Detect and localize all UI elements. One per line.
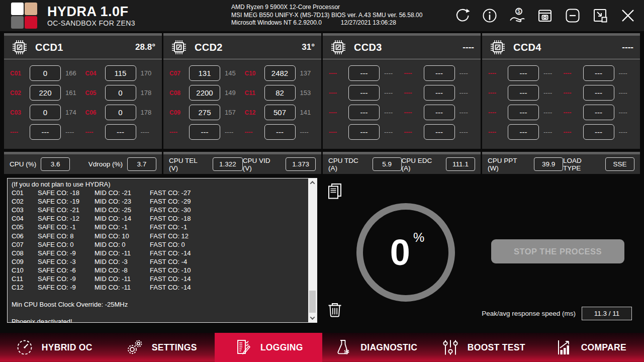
tab-hybrid-oc[interactable]: HYBRID OC — [0, 333, 108, 362]
core-value-box[interactable]: 2482 — [264, 65, 296, 81]
core-metric: ---- — [619, 109, 634, 116]
core-value-box[interactable]: --- — [264, 124, 296, 140]
tab-settings[interactable]: SETTINGS — [108, 333, 215, 362]
log-core: C10 — [12, 266, 38, 275]
core-metric: 166 — [65, 69, 81, 77]
load-type-value[interactable]: SSE — [605, 157, 634, 171]
close-icon[interactable] — [619, 7, 637, 25]
minimize-icon[interactable] — [564, 7, 582, 25]
minimize-to-tray-icon[interactable] — [591, 7, 609, 25]
core-value-box[interactable]: --- — [583, 85, 614, 101]
donate-icon[interactable]: $ — [508, 7, 526, 25]
cpu-tdc-value[interactable]: 5.9 — [373, 157, 402, 171]
core-value-box[interactable]: --- — [105, 124, 136, 140]
scroll-down-icon[interactable] — [308, 314, 317, 322]
log-header-line: (If you do not plan to use HYDRA) — [12, 180, 304, 189]
nav-label: BOOST TEST — [468, 342, 525, 353]
tab-boost-test[interactable]: BOOST TEST — [429, 333, 537, 362]
tab-compare[interactable]: COMPARE — [537, 333, 644, 362]
core-value-box[interactable]: 507 — [264, 105, 296, 120]
response-speed-value[interactable]: 11.3 / 11 — [582, 307, 632, 320]
core-value-box[interactable]: --- — [583, 124, 614, 140]
log-mid-co: MID CO: -21 — [95, 189, 150, 197]
core-value-box[interactable]: 0 — [105, 85, 136, 101]
log-safe-co: SAFE CO: -19 — [38, 197, 95, 206]
tab-diagnostic[interactable]: DIAGNOSTIC — [322, 333, 430, 362]
core-value-box[interactable]: 0 — [30, 105, 61, 120]
core-row: ---- --- ---- ---- --- ---- — [10, 122, 156, 142]
core-value-box[interactable]: --- — [508, 105, 539, 120]
core-value-box[interactable]: --- — [348, 85, 380, 101]
core-label: ---- — [329, 129, 344, 136]
core-value-box[interactable]: --- — [424, 65, 455, 81]
core-metric: ---- — [384, 128, 400, 136]
core-row: ---- --- ---- ---- --- ---- — [488, 103, 634, 122]
ccd-name: CCD1 — [35, 42, 63, 53]
log-safe-co: SAFE CO: -3 — [38, 257, 95, 266]
tab-logging[interactable]: LOGGING — [215, 333, 322, 362]
core-label: ---- — [329, 89, 344, 97]
core-label: ---- — [169, 129, 185, 136]
log-mid-co: MID CO: -23 — [95, 197, 150, 206]
core-value-box[interactable]: 115 — [105, 65, 136, 81]
scroll-up-icon[interactable] — [308, 178, 317, 187]
cpu-vid-value[interactable]: 1.373 — [286, 157, 316, 171]
log-scrollbar[interactable] — [308, 178, 317, 322]
core-value-box[interactable]: --- — [583, 65, 614, 81]
main-content: (If you do not plan to use HYDRA) C01 SA… — [0, 174, 644, 328]
stop-process-button[interactable]: STOP THE PROCESS — [491, 239, 624, 263]
log-fast-co: FAST CO: -4 — [150, 257, 187, 266]
stat-label: CPU (%) — [10, 160, 36, 168]
core-value-box[interactable]: 0 — [105, 105, 136, 120]
core-value-box[interactable]: --- — [583, 105, 614, 120]
motherboard-info: MSI MEG B550 UNIFY-X (MS-7D13) BIOS ver.… — [231, 12, 422, 20]
core-metric: ---- — [384, 109, 400, 116]
core-label: ---- — [329, 109, 344, 116]
core-value-box[interactable]: 131 — [189, 65, 220, 81]
core-value-box[interactable]: --- — [348, 124, 380, 140]
log-row: C08 SAFE CO: -9 MID CO: -11 FAST CO: -14 — [12, 249, 304, 257]
log-mid-co: MID CO: -1 — [95, 223, 150, 231]
core-value-box[interactable]: --- — [508, 85, 539, 101]
log-fast-co: FAST CO: -30 — [150, 206, 191, 214]
core-value-box[interactable]: --- — [189, 124, 220, 140]
core-value-box[interactable]: 2200 — [189, 85, 220, 101]
core-row: ---- --- ---- ---- --- ---- — [488, 122, 634, 142]
core-value-box[interactable]: --- — [424, 105, 455, 120]
cpu-usage-value[interactable]: 3.6 — [41, 157, 70, 171]
cpu-info: AMD Ryzen 9 5900X 12-Core Processor — [231, 4, 422, 12]
log-core: C07 — [12, 240, 38, 249]
core-value-box[interactable]: 0 — [30, 65, 61, 81]
core-label: C04 — [85, 70, 101, 77]
core-value-box[interactable]: 220 — [30, 85, 61, 101]
scrollbar-thumb[interactable] — [309, 291, 316, 313]
core-value-box[interactable]: 82 — [264, 85, 296, 101]
core-value-box[interactable]: --- — [30, 124, 61, 140]
core-value-box[interactable]: --- — [508, 65, 539, 81]
core-value-box[interactable]: --- — [424, 124, 455, 140]
core-label: ---- — [404, 70, 419, 77]
ccd2-panel: CCD2 31° C07 131 145 C10 2482 137 C0 — [163, 33, 321, 149]
log-mid-co: MID CO: -3 — [95, 257, 150, 266]
info-icon[interactable] — [481, 7, 499, 25]
core-value-box[interactable]: 275 — [189, 105, 220, 120]
log-output[interactable]: (If you do not plan to use HYDRA) C01 SA… — [7, 178, 317, 323]
vdroop-value[interactable]: 3.7 — [127, 157, 156, 171]
clear-log-button[interactable] — [326, 301, 344, 320]
core-value-box[interactable]: --- — [424, 85, 455, 101]
core-value-box[interactable]: --- — [348, 65, 380, 81]
core-label: ---- — [245, 129, 260, 136]
core-value-box[interactable]: --- — [348, 105, 380, 120]
cpu-stats-row: CPU (%) 3.6 Vdroop (%) 3.7 CPU TEL (V) 1… — [4, 152, 640, 174]
log-core: C12 — [12, 283, 38, 292]
core-value-box[interactable]: --- — [508, 124, 539, 140]
refresh-icon[interactable] — [453, 7, 471, 25]
ccd-temperature: 28.8° — [135, 42, 155, 52]
log-mid-co: MID CO: 0 — [95, 240, 150, 249]
ccd-temperature: ---- — [463, 42, 474, 52]
copy-log-button[interactable] — [326, 182, 344, 202]
cpu-ppt-value[interactable]: 39.9 — [534, 157, 563, 171]
cpu-tel-value[interactable]: 1.322 — [213, 157, 243, 171]
cpu-edc-value[interactable]: 111.1 — [446, 157, 475, 171]
screenshot-icon[interactable] — [536, 7, 554, 25]
